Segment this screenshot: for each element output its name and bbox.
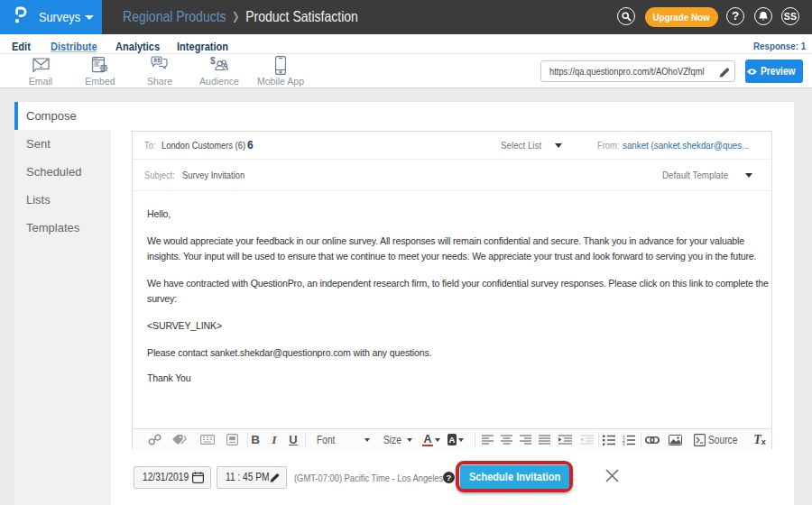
svg-text:$: $	[210, 56, 216, 66]
svg-text:3: 3	[623, 442, 625, 445]
